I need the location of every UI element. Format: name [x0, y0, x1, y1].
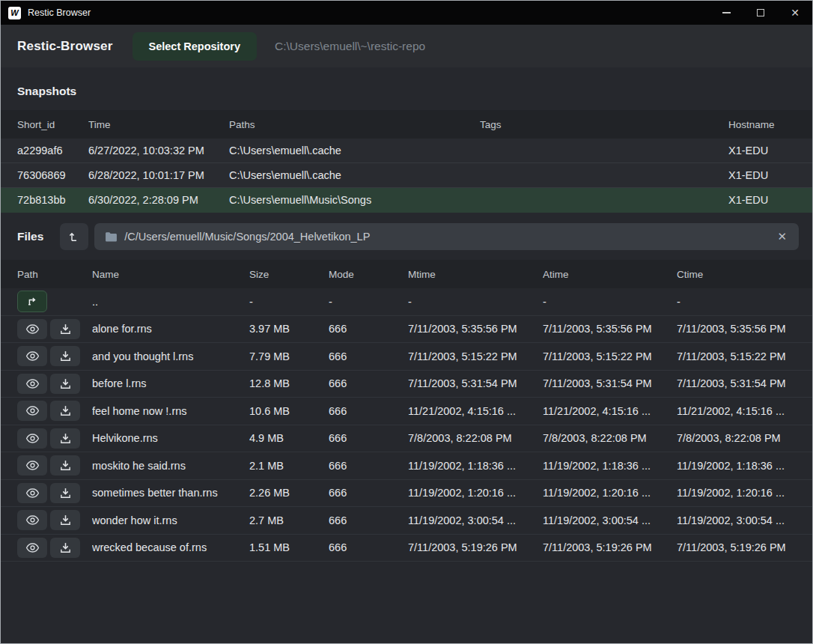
parent-ctime-cell: - — [677, 296, 796, 308]
download-icon — [59, 377, 72, 390]
download-file-button[interactable] — [50, 346, 80, 366]
file-mode-cell: 666 — [329, 460, 408, 472]
eye-icon — [25, 458, 40, 473]
navigate-up-button[interactable] — [17, 291, 47, 312]
minimize-button[interactable] — [709, 1, 743, 25]
snapshots-heading: Snapshots — [1, 67, 812, 110]
file-actions-cell — [17, 538, 92, 558]
folder-icon — [105, 231, 118, 243]
clear-path-button[interactable]: ✕ — [776, 230, 788, 243]
preview-file-button[interactable] — [17, 319, 47, 339]
file-name-cell: before l.rns — [92, 377, 249, 389]
file-size-cell: 12.8 MB — [249, 377, 329, 389]
preview-file-button[interactable] — [17, 428, 47, 449]
file-mtime-cell: 11/19/2002, 1:18:36 ... — [408, 460, 543, 472]
column-tags: Tags — [480, 119, 728, 130]
column-paths: Paths — [229, 119, 480, 130]
snapshot-time-cell: 6/30/2022, 2:28:09 PM — [88, 194, 229, 206]
file-actions-cell — [17, 428, 92, 449]
file-actions-cell — [17, 455, 92, 476]
file-actions-cell — [17, 346, 92, 366]
download-file-button[interactable] — [50, 401, 80, 421]
download-file-button[interactable] — [50, 510, 80, 530]
file-row: and you thought l.rns7.79 MB6667/11/2003… — [1, 343, 812, 371]
file-name-cell: feel home now !.rns — [92, 405, 249, 417]
preview-file-button[interactable] — [17, 455, 47, 476]
parent-mtime-cell: - — [408, 296, 543, 308]
file-actions-cell — [17, 510, 92, 530]
download-file-button[interactable] — [50, 483, 80, 503]
file-row: wrecked because of.rns1.51 MB6667/11/200… — [1, 535, 812, 562]
file-mtime-cell: 7/11/2003, 5:15:22 PM — [408, 350, 543, 362]
snapshot-short-id-cell: 72b813bb — [17, 194, 88, 206]
file-size-cell: 7.79 MB — [249, 350, 329, 362]
snapshot-paths-cell: C:\Users\emuell\.cache — [229, 145, 480, 157]
preview-file-button[interactable] — [17, 483, 47, 503]
file-mode-cell: 666 — [329, 541, 408, 553]
file-actions-cell — [17, 401, 92, 421]
file-mtime-cell: 7/8/2003, 8:22:08 PM — [408, 432, 543, 444]
preview-file-button[interactable] — [17, 401, 47, 421]
file-size-cell: 4.9 MB — [249, 432, 329, 444]
file-mode-cell: 666 — [329, 405, 408, 417]
eye-icon — [25, 513, 40, 527]
file-ctime-cell: 11/21/2002, 4:15:16 ... — [677, 405, 796, 417]
snapshot-row[interactable]: 763068696/28/2022, 10:01:17 PMC:\Users\e… — [1, 163, 812, 188]
preview-file-button[interactable] — [17, 374, 47, 394]
file-atime-cell: 11/19/2002, 3:00:54 ... — [543, 514, 677, 526]
maximize-icon — [757, 9, 764, 16]
column-mtime: Mtime — [408, 269, 543, 280]
file-size-cell: 2.1 MB — [249, 460, 329, 472]
level-up-button[interactable] — [60, 223, 88, 250]
download-file-button[interactable] — [50, 455, 80, 476]
preview-file-button[interactable] — [17, 538, 47, 558]
close-icon: ✕ — [791, 7, 800, 18]
download-file-button[interactable] — [50, 374, 80, 394]
snapshot-row[interactable]: a2299af66/27/2022, 10:03:32 PMC:\Users\e… — [1, 139, 812, 163]
download-icon — [59, 487, 72, 499]
file-name-cell: wrecked because of.rns — [92, 541, 249, 553]
download-file-button[interactable] — [50, 319, 80, 339]
repository-path: C:\Users\emuell\~\restic-repo — [275, 40, 425, 53]
file-size-cell: 3.97 MB — [249, 323, 329, 335]
file-size-cell: 2.7 MB — [249, 514, 329, 526]
maximize-button[interactable] — [743, 1, 778, 25]
download-file-button[interactable] — [50, 538, 80, 558]
close-button[interactable]: ✕ — [778, 1, 812, 25]
path-breadcrumb[interactable]: /C/Users/emuell/Music/Songs/2004_Helveti… — [94, 223, 799, 250]
snapshots-table-header: Short_id Time Paths Tags Hostname — [1, 110, 812, 139]
eye-icon — [25, 377, 40, 391]
window-title: Restic Browser — [28, 7, 91, 18]
select-repository-button[interactable]: Select Repository — [133, 32, 258, 61]
snapshot-paths-cell: C:\Users\emuell\Music\Songs — [229, 194, 480, 206]
file-mode-cell: 666 — [329, 487, 408, 499]
file-row: before l.rns12.8 MB6667/11/2003, 5:31:54… — [1, 371, 812, 398]
breadcrumb-path-text: /C/Users/emuell/Music/Songs/2004_Helveti… — [124, 231, 776, 243]
files-heading: Files — [17, 230, 43, 243]
file-ctime-cell: 7/11/2003, 5:35:56 PM — [677, 323, 796, 335]
column-size: Size — [249, 269, 329, 280]
file-name-cell: alone for.rns — [92, 323, 249, 335]
minimize-icon — [722, 12, 731, 13]
eye-icon — [25, 486, 40, 500]
file-row: Helvikone.rns4.9 MB6667/8/2003, 8:22:08 … — [1, 425, 812, 453]
download-icon — [59, 350, 72, 362]
titlebar[interactable]: W Restic Browser ✕ — [1, 1, 812, 25]
download-file-button[interactable] — [50, 428, 80, 449]
level-up-icon — [67, 230, 81, 243]
app-logo-icon: W — [8, 7, 21, 19]
files-bar: Files /C/Users/emuell/Music/Songs/2004_H… — [1, 213, 812, 258]
preview-file-button[interactable] — [17, 510, 47, 530]
preview-file-button[interactable] — [17, 346, 47, 366]
snapshot-row[interactable]: 72b813bb6/30/2022, 2:28:09 PMC:\Users\em… — [1, 188, 812, 213]
file-size-cell: 2.26 MB — [249, 487, 329, 499]
column-atime: Atime — [543, 269, 677, 280]
eye-icon — [25, 541, 40, 555]
column-name: Name — [92, 269, 249, 280]
snapshot-hostname-cell: X1-EDU — [728, 145, 796, 157]
file-atime-cell: 7/11/2003, 5:15:22 PM — [543, 350, 677, 362]
file-name-cell: wonder how it.rns — [92, 514, 249, 526]
file-row: alone for.rns3.97 MB6667/11/2003, 5:35:5… — [1, 316, 812, 344]
file-atime-cell: 7/11/2003, 5:19:26 PM — [543, 541, 677, 553]
snapshot-short-id-cell: 76306869 — [17, 169, 88, 181]
